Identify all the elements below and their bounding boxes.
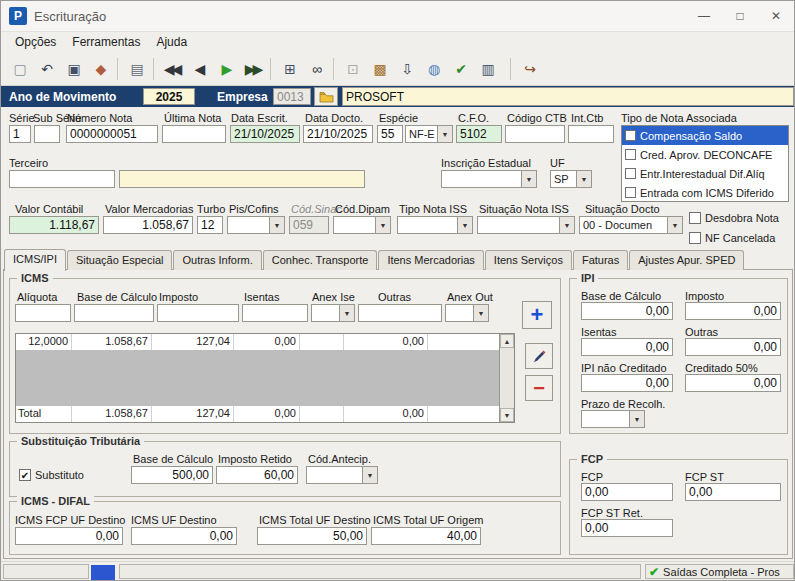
chevron-down-icon[interactable]: ▼ <box>473 305 488 321</box>
situacao-docto-combo[interactable]: 00 - Documen ▼ <box>579 216 683 234</box>
turbo-input[interactable] <box>197 216 223 234</box>
data-docto-input[interactable] <box>303 125 373 143</box>
ultima-nota-input[interactable] <box>162 125 226 143</box>
serie-input[interactable] <box>9 125 31 143</box>
company-name-input[interactable] <box>342 87 794 106</box>
terceiro-name-input[interactable] <box>119 170 365 188</box>
tab-ajustes-apur-sped[interactable]: Ajustes Apur. SPED <box>629 250 744 270</box>
cod-dipam-combo[interactable]: ▼ <box>333 216 391 234</box>
terceiro-code-input[interactable] <box>9 170 115 188</box>
difal-fcp-uf-destino-input[interactable] <box>15 527 123 545</box>
substituto-checkbox[interactable]: ✔ Substituto <box>19 469 84 481</box>
tab-itens-servicos[interactable]: Itens Serviços <box>485 250 572 270</box>
cfo-input[interactable] <box>456 125 502 143</box>
ipi-base-input[interactable] <box>581 302 673 320</box>
difal-total-uf-destino-input[interactable] <box>257 527 367 545</box>
copy-button[interactable]: ⊡ <box>338 57 365 81</box>
minimize-button[interactable]: — <box>687 4 721 28</box>
fcp-st-ret-input[interactable] <box>581 519 673 537</box>
numero-nota-input[interactable] <box>66 125 158 143</box>
chevron-down-icon[interactable]: ▼ <box>667 217 682 233</box>
tab-conhec-transporte[interactable]: Conhec. Transporte <box>263 250 378 270</box>
table-row[interactable]: 12,0000 1.058,67 127,04 0,00 0,00 <box>16 334 499 350</box>
desdobra-nota-checkbox[interactable]: Desdobra Nota <box>689 212 779 224</box>
print-preview-button[interactable]: ▤ <box>122 57 149 81</box>
icms-aliquota-input[interactable] <box>15 304 71 322</box>
cod-sinac-input[interactable] <box>289 216 329 234</box>
chevron-down-icon[interactable]: ▼ <box>339 305 354 321</box>
situacao-nota-iss-combo[interactable]: ▼ <box>477 216 575 234</box>
ipi-imposto-input[interactable] <box>685 302 781 320</box>
checkbox-icon[interactable] <box>625 168 636 179</box>
menu-ferramentas[interactable]: Ferramentas <box>64 32 148 52</box>
previous-record-button[interactable]: ◀ <box>185 57 212 81</box>
pis-cofins-combo[interactable]: ▼ <box>227 216 285 234</box>
grid-scrollbar[interactable]: ▲ ▼ <box>499 334 514 422</box>
tipo-nota-iss-combo[interactable]: ▼ <box>397 216 473 234</box>
chevron-down-icon[interactable]: ▼ <box>269 217 284 233</box>
especie-combo[interactable]: NF-E ▼ <box>405 125 453 143</box>
icms-delete-row-button[interactable]: − <box>525 375 553 401</box>
chevron-down-icon[interactable]: ▼ <box>437 126 452 142</box>
chevron-down-icon[interactable]: ▼ <box>576 171 591 187</box>
ipi-nao-creditado-input[interactable] <box>581 374 673 392</box>
globe-button[interactable]: ◍ <box>419 57 446 81</box>
tab-itens-mercadorias[interactable]: Itens Mercadorias <box>378 250 483 270</box>
data-escrit-input[interactable] <box>230 125 300 143</box>
validate-button[interactable]: ✔ <box>446 57 473 81</box>
icms-add-row-button[interactable]: + <box>522 301 552 329</box>
chevron-down-icon[interactable]: ▼ <box>559 217 574 233</box>
report-button[interactable]: ▥ <box>473 57 500 81</box>
checkbox-icon[interactable] <box>625 130 636 141</box>
tab-faturas[interactable]: Faturas <box>573 250 628 270</box>
tab-icms-ipi[interactable]: ICMS/IPI <box>4 249 66 271</box>
import-button[interactable]: ⇩ <box>392 57 419 81</box>
next-record-button[interactable]: ▶ <box>212 57 239 81</box>
undo-button[interactable]: ↶ <box>32 57 59 81</box>
uf-combo[interactable]: SP ▼ <box>550 170 592 188</box>
ipi-isentas-input[interactable] <box>581 338 673 356</box>
search-button[interactable]: ∞ <box>302 57 329 81</box>
valor-contabil-input[interactable] <box>9 216 99 234</box>
chevron-down-icon[interactable]: ▼ <box>457 217 472 233</box>
list-item[interactable]: Compensação Saldo <box>622 126 788 145</box>
package-button[interactable]: ▩ <box>365 57 392 81</box>
valor-mercadorias-input[interactable] <box>103 216 193 234</box>
icms-anex-out-combo[interactable]: ▼ <box>445 304 489 322</box>
ipi-outras-input[interactable] <box>685 338 781 356</box>
icms-imposto-input[interactable] <box>157 304 239 322</box>
company-code-input[interactable] <box>273 88 311 105</box>
year-input[interactable] <box>143 88 195 105</box>
ipi-prazo-combo[interactable]: ▼ <box>581 410 645 428</box>
last-record-button[interactable]: ▶▶ <box>239 57 266 81</box>
fcp-input[interactable] <box>581 483 673 501</box>
list-item[interactable]: Cred. Aprov. DECONCAFE <box>622 145 788 164</box>
inscricao-estadual-combo[interactable]: ▼ <box>441 170 537 188</box>
st-cod-antecip-combo[interactable]: ▼ <box>306 466 378 484</box>
icms-isentas-input[interactable] <box>242 304 308 322</box>
company-lookup-button[interactable] <box>314 87 338 106</box>
st-base-input[interactable] <box>131 466 213 484</box>
chevron-down-icon[interactable]: ▼ <box>362 467 377 483</box>
maximize-button[interactable]: □ <box>723 4 757 28</box>
list-item[interactable]: Entr.Interestadual Dif.Alíq <box>622 164 788 183</box>
save-button[interactable]: ▣ <box>59 57 86 81</box>
scroll-down-icon[interactable]: ▼ <box>500 408 514 422</box>
nf-cancelada-checkbox[interactable]: NF Cancelada <box>689 232 775 244</box>
menu-ajuda[interactable]: Ajuda <box>148 32 195 52</box>
icms-edit-row-button[interactable] <box>525 343 553 369</box>
especie-code-input[interactable] <box>377 125 403 143</box>
icms-anex-ise-combo[interactable]: ▼ <box>311 304 355 322</box>
scroll-up-icon[interactable]: ▲ <box>500 334 514 348</box>
chevron-down-icon[interactable]: ▼ <box>629 411 644 427</box>
new-document-button[interactable]: ▢ <box>5 57 32 81</box>
chevron-down-icon[interactable]: ▼ <box>521 171 536 187</box>
tab-outras-inform[interactable]: Outras Inform. <box>173 250 261 270</box>
close-button[interactable]: ✕ <box>759 4 793 28</box>
stamp-button[interactable]: ◆ <box>86 57 113 81</box>
tree-view-button[interactable]: ⊞ <box>275 57 302 81</box>
difal-total-uf-origem-input[interactable] <box>371 527 481 545</box>
list-item[interactable]: Entrada com ICMS Diferido <box>622 183 788 202</box>
ipi-creditado50-input[interactable] <box>685 374 781 392</box>
fcp-st-input[interactable] <box>685 483 781 501</box>
